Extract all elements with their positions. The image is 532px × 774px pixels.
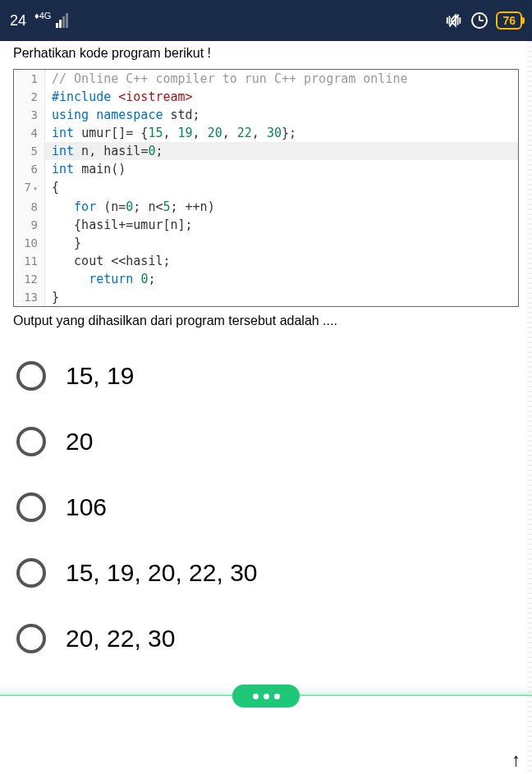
gutter-line-number: 9 [14,216,45,234]
option-2[interactable]: 20 [16,427,519,456]
gutter-line-number: 4 [14,124,45,142]
code-text: for (n=0; n<5; ++n) [45,198,215,216]
code-text: int umur[]= {15, 19, 20, 22, 30}; [45,124,296,142]
code-text: using namespace std; [45,106,200,124]
option-label: 20, 22, 30 [66,625,175,653]
radio-icon[interactable] [16,427,46,456]
code-text: } [45,234,81,252]
code-line: 4int umur[]= {15, 19, 20, 22, 30}; [14,124,518,142]
code-line: 5int n, hasil=0; [14,142,518,160]
bottom-divider [0,694,532,696]
gutter-line-number: 6 [14,160,45,178]
question-followup: Output yang dihasilkan dari program ters… [13,314,519,328]
alarm-icon [471,12,488,29]
quiz-content: Perhatikan kode program berikut ! 1// On… [0,41,532,670]
radio-icon[interactable] [16,558,46,588]
code-line: 7{ [14,178,518,198]
status-right: 76 [445,11,522,30]
option-1[interactable]: 15, 19 [16,361,519,391]
scroll-up-arrow[interactable]: ↑ [511,749,521,771]
code-text: int n, hasil=0; [45,142,163,160]
status-bar: 24 ♦4G 76 [0,0,532,41]
clock-time: 24 [10,12,26,30]
gutter-line-number: 7 [14,178,45,198]
options-list: 15, 192010615, 19, 20, 22, 3020, 22, 30 [13,361,519,653]
option-4[interactable]: 15, 19, 20, 22, 30 [16,558,519,588]
option-label: 15, 19, 20, 22, 30 [66,559,258,587]
radio-icon[interactable] [16,624,46,653]
option-3[interactable]: 106 [16,492,519,522]
code-line: 12 return 0; [14,270,518,288]
scroll-edge [527,41,532,774]
vibrate-mute-icon [445,12,463,29]
code-text: { [45,178,59,198]
code-line: 3using namespace std; [14,106,518,124]
gutter-line-number: 10 [14,234,45,252]
code-line: 9 {hasil+=umur[n]; [14,216,518,234]
option-label: 106 [66,493,107,521]
code-text: #include <iostream> [45,88,193,106]
code-text: return 0; [45,270,155,288]
network-type: ♦4G [34,11,51,21]
option-label: 20 [66,428,93,456]
gutter-line-number: 5 [14,142,45,160]
expand-pill[interactable] [232,685,300,708]
code-line: 6int main() [14,160,518,178]
gutter-line-number: 12 [14,270,45,288]
gutter-line-number: 13 [14,288,45,306]
gutter-line-number: 8 [14,198,45,216]
option-label: 15, 19 [66,362,134,390]
code-line: 11 cout <<hasil; [14,252,518,270]
signal-icon [56,13,68,28]
code-line: 1// Online C++ compiler to run C++ progr… [14,70,518,88]
code-text: int main() [45,160,126,178]
code-line: 10 } [14,234,518,252]
code-text: } [45,288,59,306]
code-block: 1// Online C++ compiler to run C++ progr… [13,69,519,307]
code-line: 2#include <iostream> [14,88,518,106]
option-5[interactable]: 20, 22, 30 [16,624,519,653]
question-prompt: Perhatikan kode program berikut ! [13,41,519,69]
gutter-line-number: 3 [14,106,45,124]
code-text: cout <<hasil; [45,252,171,270]
code-line: 8 for (n=0; n<5; ++n) [14,198,518,216]
radio-icon[interactable] [16,492,46,522]
code-line: 13} [14,288,518,306]
radio-icon[interactable] [16,361,46,391]
gutter-line-number: 2 [14,88,45,106]
gutter-line-number: 11 [14,252,45,270]
code-text: {hasil+=umur[n]; [45,216,193,234]
status-left: 24 ♦4G [10,12,68,30]
battery-badge: 76 [496,11,522,30]
gutter-line-number: 1 [14,70,45,88]
code-text: // Online C++ compiler to run C++ progra… [45,70,407,88]
